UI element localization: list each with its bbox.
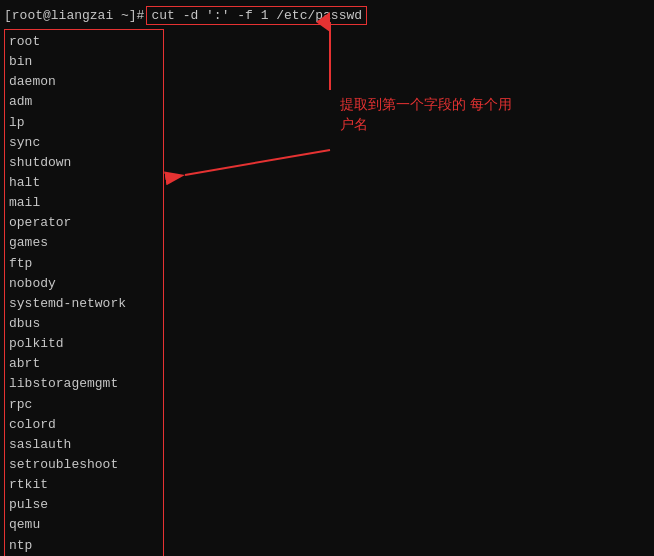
user-entry: colord [9,415,159,435]
user-entry: nobody [9,274,159,294]
user-entry: abrt [9,354,159,374]
user-entry: halt [9,173,159,193]
user-entry: ntp [9,536,159,556]
user-entry: shutdown [9,153,159,173]
user-entry: root [9,32,159,52]
user-entry: rtkit [9,475,159,495]
user-entry: saslauth [9,435,159,455]
user-entry: operator [9,213,159,233]
terminal-window: [root@liangzai ~]# cut -d ':' -f 1 /etc/… [0,0,654,556]
user-entry: sync [9,133,159,153]
user-entry: rpc [9,395,159,415]
user-entry: systemd-network [9,294,159,314]
userlist-box: rootbindaemonadmlpsyncshutdownhaltmailop… [4,29,164,556]
user-entry: setroubleshoot [9,455,159,475]
user-entry: pulse [9,495,159,515]
user-entry: polkitd [9,334,159,354]
user-entry: daemon [9,72,159,92]
user-entry: mail [9,193,159,213]
user-entry: lp [9,113,159,133]
user-entry: adm [9,92,159,112]
user-entry: games [9,233,159,253]
prompt-line: [root@liangzai ~]# cut -d ':' -f 1 /etc/… [4,6,650,25]
prompt-text: [root@liangzai ~]# [4,8,144,23]
user-entry: dbus [9,314,159,334]
user-entry: qemu [9,515,159,535]
command-box: cut -d ':' -f 1 /etc/passwd [146,6,367,25]
user-entry: ftp [9,254,159,274]
output-area: rootbindaemonadmlpsyncshutdownhaltmailop… [4,29,650,556]
user-entry: bin [9,52,159,72]
user-entry: libstoragemgmt [9,374,159,394]
annotation-text: 提取到第一个字段的 每个用 户名 [340,95,512,134]
